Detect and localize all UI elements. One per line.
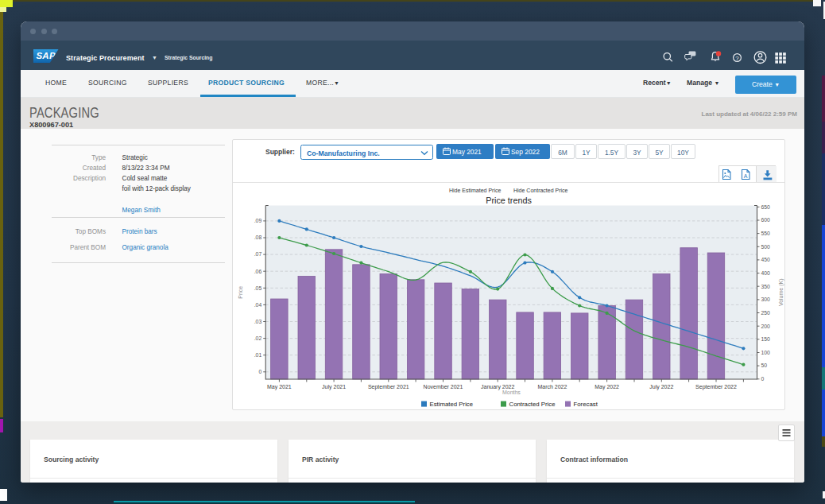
svg-text:.03: .03 (254, 319, 262, 324)
svg-text:Volume (K): Volume (K) (779, 278, 785, 306)
svg-text:Price: Price (238, 286, 243, 299)
svg-text:100: 100 (761, 350, 771, 355)
svg-text:50: 50 (761, 362, 768, 368)
svg-text:350: 350 (761, 284, 771, 289)
svg-text:.08: .08 (254, 235, 262, 240)
svg-text:Forecast: Forecast (574, 401, 598, 408)
svg-text:November 2021: November 2021 (424, 384, 463, 390)
svg-text:150: 150 (761, 336, 771, 342)
svg-text:0: 0 (761, 376, 765, 382)
svg-text:650: 650 (761, 204, 771, 210)
svg-text:.01: .01 (254, 352, 262, 358)
svg-text:500: 500 (761, 244, 771, 250)
svg-text:.06: .06 (254, 269, 262, 274)
svg-text:May 2021: May 2021 (267, 384, 292, 390)
svg-text:July 2021: July 2021 (322, 384, 346, 390)
svg-text:September 2022: September 2022 (695, 384, 737, 390)
svg-text:May 2022: May 2022 (595, 384, 619, 390)
svg-text:250: 250 (761, 310, 771, 316)
svg-text:September 2021: September 2021 (368, 384, 409, 390)
svg-text:Contracted Price: Contracted Price (509, 401, 556, 408)
svg-text:Estimated Price: Estimated Price (430, 401, 474, 408)
svg-text:0: 0 (258, 369, 261, 374)
svg-text:200: 200 (761, 324, 771, 329)
svg-text:.02: .02 (254, 335, 262, 341)
svg-text:July 2022: July 2022 (649, 384, 673, 390)
svg-text:450: 450 (761, 257, 771, 262)
svg-text:550: 550 (761, 231, 771, 236)
svg-text:400: 400 (761, 270, 771, 276)
svg-text:600: 600 (761, 217, 771, 223)
svg-text:Months: Months (502, 390, 521, 395)
svg-text:.04: .04 (254, 302, 262, 308)
svg-text:?: ? (735, 55, 739, 62)
svg-text:.05: .05 (254, 285, 262, 291)
svg-text:300: 300 (761, 297, 771, 302)
svg-text:March 2022: March 2022 (537, 384, 567, 390)
svg-text:.07: .07 (254, 251, 262, 257)
svg-text:.09: .09 (254, 218, 262, 223)
